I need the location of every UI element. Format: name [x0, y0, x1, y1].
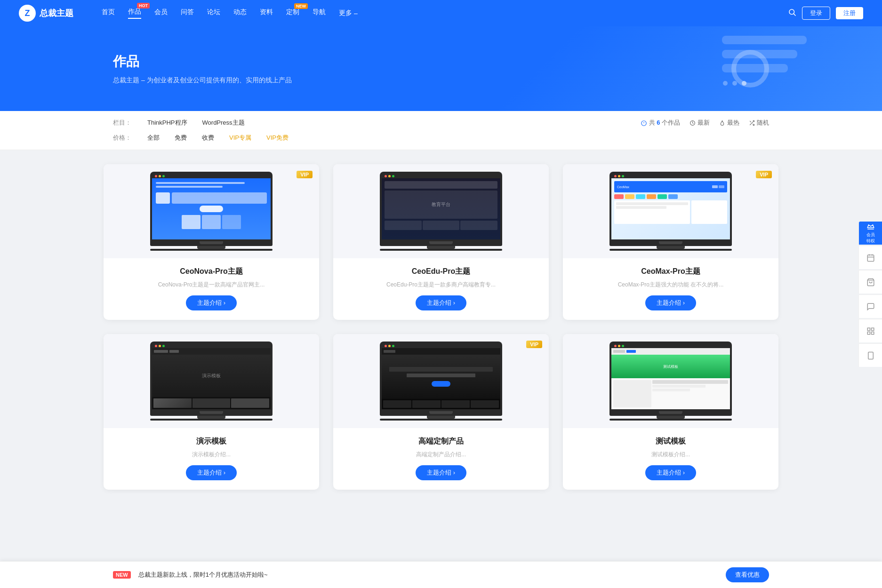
product-card-2: 教育平台: [333, 164, 549, 320]
float-phone[interactable]: [858, 343, 882, 367]
card-title-2: CeoEdu-Pro主题: [343, 267, 539, 277]
filter-free[interactable]: 免费: [172, 133, 190, 143]
login-button[interactable]: 登录: [802, 7, 830, 20]
phone-icon: [866, 351, 875, 360]
intro-button-1[interactable]: 主题介绍 ›: [186, 295, 237, 310]
svg-rect-13: [871, 328, 874, 330]
card-image-3: VIP CeoMax: [563, 164, 778, 258]
category-label: 栏目：: [113, 119, 131, 127]
product-card-6: 测试模板: [563, 334, 778, 490]
card-desc-6: 测试模板介绍...: [572, 450, 769, 459]
vip-badge-1: VIP: [297, 171, 313, 178]
logo-text: 总裁主题: [40, 8, 73, 19]
logo-icon: Z: [19, 5, 36, 22]
float-grid[interactable]: [858, 319, 882, 342]
card-info-2: CeoEdu-Pro主题 CeoEdu-Pro主题是一款多商户高端教育专... …: [333, 258, 549, 320]
nav-item-resource[interactable]: 资料: [260, 8, 273, 18]
vip-badge-5: VIP: [526, 341, 542, 348]
svg-rect-15: [871, 332, 874, 334]
logo[interactable]: Z 总裁主题: [19, 5, 73, 22]
float-support[interactable]: [858, 294, 882, 318]
card-title-4: 演示模板: [113, 437, 310, 446]
filter-wordpress[interactable]: WordPress主题: [200, 118, 248, 128]
crown-icon: [866, 222, 875, 230]
nav-item-more[interactable]: 更多 –: [339, 9, 358, 17]
filter-vip-free[interactable]: VIP免费: [264, 133, 291, 143]
chevron-down-icon: –: [354, 9, 358, 17]
card-desc-2: CeoEdu-Pro主题是一款多商户高端教育专...: [343, 280, 539, 289]
card-desc-5: 高端定制产品介绍...: [343, 450, 539, 459]
sort-random[interactable]: 随机: [749, 119, 769, 127]
price-label: 价格：: [113, 134, 131, 142]
deco-dots: [722, 80, 807, 87]
product-card-3: VIP CeoMax: [563, 164, 778, 320]
main-nav: 首页 作品 HOT 会员 问答 论坛 动态 资料 定制 NEW 导航 更多 –: [102, 8, 788, 19]
float-cart[interactable]: [858, 270, 882, 294]
float-member[interactable]: 会员特权: [858, 221, 882, 245]
card-info-6: 测试模板 测试模板介绍... 主题介绍 ›: [563, 428, 778, 490]
nav-item-nav[interactable]: 导航: [313, 8, 326, 18]
filter-thinkphp[interactable]: ThinkPHP程序: [144, 118, 190, 128]
card-info-3: CeoMax-Pro主题 CeoMax-Pro主题强大的功能 在不久的将... …: [563, 258, 778, 320]
header-right: 登录 注册: [788, 7, 863, 20]
filter-paid[interactable]: 收费: [199, 133, 217, 143]
nav-item-forum[interactable]: 论坛: [207, 8, 220, 18]
nav-item-member[interactable]: 会员: [154, 8, 168, 18]
hero-title: 作品: [113, 53, 292, 71]
header: Z 总裁主题 首页 作品 HOT 会员 问答 论坛 动态 资料 定制 NEW 导…: [0, 0, 882, 26]
card-image-6: 测试模板: [563, 334, 778, 428]
float-calendar[interactable]: [858, 246, 882, 269]
product-card-1: VIP: [104, 164, 319, 320]
nav-item-dynamic[interactable]: 动态: [233, 8, 247, 18]
filter-vip-exclusive[interactable]: VIP专属: [226, 133, 254, 143]
product-card-4: 演示模板: [104, 334, 319, 490]
svg-rect-14: [867, 332, 870, 334]
intro-button-4[interactable]: 主题介绍 ›: [186, 465, 237, 480]
hero-text: 作品 总裁主题 – 为创业者及创业公司提供有用的、实用的线上产品: [113, 53, 292, 85]
sort-latest[interactable]: 最新: [690, 119, 710, 127]
category-filter-row: 栏目： ThinkPHP程序 WordPress主题 共 6 个作品 最新 最热…: [113, 118, 769, 128]
intro-button-3[interactable]: 主题介绍 ›: [645, 295, 696, 310]
deco-bar-1: [722, 36, 807, 44]
svg-rect-12: [867, 328, 870, 330]
card-desc-1: CeoNova-Pro主题是一款高端产品官网主...: [113, 280, 310, 289]
main-content: VIP: [0, 150, 882, 504]
card-image-4: 演示模板: [104, 334, 319, 428]
register-button[interactable]: 注册: [836, 7, 863, 19]
grid-icon: [866, 327, 875, 335]
float-panel: 会员特权: [858, 221, 882, 367]
card-info-1: CeoNova-Pro主题 CeoNova-Pro主题是一款高端产品官网主...…: [104, 258, 319, 320]
card-title-5: 高端定制产品: [343, 437, 539, 446]
card-desc-3: CeoMax-Pro主题强大的功能 在不久的将...: [572, 280, 769, 289]
bag-icon: [866, 278, 875, 286]
card-title-6: 测试模板: [572, 437, 769, 446]
filter-all[interactable]: 全部: [144, 133, 162, 143]
card-image-5: VIP: [333, 334, 549, 428]
sort-hot[interactable]: 最热: [719, 119, 739, 127]
intro-button-6[interactable]: 主题介绍 ›: [645, 465, 696, 480]
intro-button-2[interactable]: 主题介绍 ›: [416, 295, 466, 310]
deco-bar-2: [722, 50, 797, 58]
nav-item-custom[interactable]: 定制 NEW: [286, 8, 299, 18]
laptop-6: 测试模板: [609, 342, 732, 421]
hot-badge: HOT: [137, 3, 150, 8]
price-filter-row: 价格： 全部 免费 收费 VIP专属 VIP免费: [113, 133, 769, 143]
svg-rect-16: [868, 352, 873, 359]
filter-bar: 栏目： ThinkPHP程序 WordPress主题 共 6 个作品 最新 最热…: [0, 111, 882, 150]
support-icon: [866, 302, 875, 311]
laptop-3: CeoMax: [609, 172, 732, 251]
nav-item-qa[interactable]: 问答: [181, 8, 194, 18]
laptop-5: [380, 342, 502, 421]
svg-rect-7: [867, 255, 874, 262]
nav-item-home[interactable]: 首页: [102, 8, 115, 18]
svg-point-0: [789, 9, 794, 15]
search-icon[interactable]: [788, 8, 796, 18]
card-info-4: 演示模板 演示模板介绍... 主题介绍 ›: [104, 428, 319, 490]
card-info-5: 高端定制产品 高端定制产品介绍... 主题介绍 ›: [333, 428, 549, 490]
vip-badge-3: VIP: [756, 171, 772, 178]
nav-item-works[interactable]: 作品 HOT: [128, 8, 141, 19]
new-badge: NEW: [294, 3, 308, 9]
card-title-1: CeoNova-Pro主题: [113, 267, 310, 277]
product-card-5: VIP: [333, 334, 549, 490]
intro-button-5[interactable]: 主题介绍 ›: [416, 465, 466, 480]
